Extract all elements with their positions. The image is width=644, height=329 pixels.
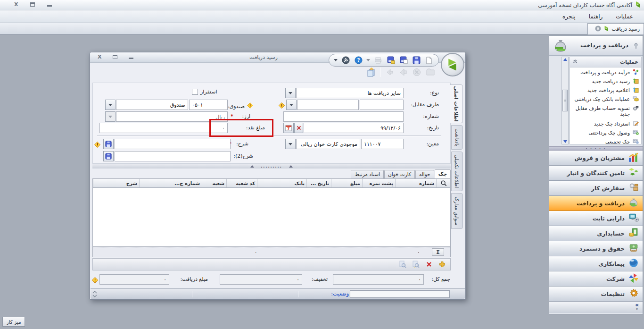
nav-payroll[interactable]: حقوق و دستمزد	[549, 241, 643, 256]
cash-amount-field[interactable]: ۰	[99, 123, 228, 133]
sidebar-item-aggregate-cheque[interactable]: چک تجمیعی	[570, 137, 641, 144]
moein-title-field[interactable]: موجودي کارت خوان ریالی	[296, 139, 360, 149]
scroll-thumb[interactable]: ≡	[562, 90, 568, 111]
app-restore-icon[interactable]	[30, 2, 35, 7]
nav-contracting[interactable]: پیمانکاری	[549, 256, 643, 271]
calendar-icon[interactable]: 7	[283, 123, 294, 133]
vtab-additional-info[interactable]: اطلاعات تکمیلی	[451, 152, 463, 191]
moein-dropdown-button[interactable]	[285, 139, 296, 149]
nav-customers-sales[interactable]: مشتریان و فروش	[549, 151, 643, 166]
desk-button[interactable]: میز کار	[2, 317, 25, 327]
description2-save-icon[interactable]	[103, 151, 114, 161]
number-field[interactable]	[283, 111, 404, 122]
scroll-up-icon[interactable]	[563, 58, 567, 61]
col-endorsement[interactable]: پشت نمره	[362, 179, 395, 187]
vtab-note[interactable]: یادداشت	[451, 125, 463, 150]
col-description[interactable]: شرح	[93, 179, 139, 187]
col-branch[interactable]: شعبه	[202, 179, 226, 187]
browse-docs-icon[interactable]	[398, 260, 407, 269]
vtab-document-history[interactable]: سوابق مدارک	[451, 193, 463, 229]
nav-settings[interactable]: تنظیمات	[549, 287, 643, 302]
print-dropdown-icon[interactable]	[366, 59, 370, 61]
col-branch-code[interactable]: کد شعبه	[226, 179, 257, 187]
nav-fixed-assets[interactable]: دارایی ثابت	[549, 211, 643, 226]
sidebar-item-cheque-return[interactable]: استرداد چک جدید	[570, 119, 641, 128]
sidebar-splitter[interactable]: • • • • •	[549, 146, 643, 151]
help-icon[interactable]: ?	[354, 56, 363, 65]
establish-checkbox[interactable]	[192, 89, 198, 95]
delete-row-icon[interactable]	[424, 260, 434, 269]
print-icon[interactable]	[373, 56, 383, 65]
tab-close-icon[interactable]	[595, 25, 601, 33]
scroll-down-icon[interactable]	[563, 140, 567, 143]
counterparty-name-field[interactable]	[297, 100, 359, 110]
tools-icon[interactable]	[341, 56, 350, 65]
counterparty-code-field[interactable]	[360, 100, 404, 110]
tab-receipt[interactable]: رسید دریافت	[587, 23, 644, 34]
tools-dropdown-icon[interactable]	[334, 59, 338, 61]
description2-field[interactable]	[115, 151, 231, 161]
save-and-close-icon[interactable]	[386, 56, 396, 65]
sidebar-item-bank-cheque-ops[interactable]: عملیات بانکی چک دریافتنی	[570, 94, 641, 103]
col-date[interactable]: تاریخ ...	[306, 179, 331, 187]
operations-group-header[interactable]: عملیات	[570, 57, 641, 67]
copy-layers-icon[interactable]	[366, 67, 376, 77]
save-icon[interactable]	[412, 56, 421, 65]
nav-company[interactable]: شرکت	[549, 271, 643, 287]
nav-accounting[interactable]: حسابداری	[549, 226, 643, 241]
col-number[interactable]: شماره	[395, 179, 436, 187]
counterparty-dropdown-button[interactable]	[286, 100, 297, 110]
open-record-icon[interactable]	[426, 67, 435, 77]
pin-icon[interactable]	[633, 42, 639, 51]
status-grip-icon[interactable]	[92, 290, 98, 300]
nav-work-order[interactable]: سفارش کار	[549, 181, 643, 196]
receipt-maximize-icon[interactable]	[113, 55, 117, 59]
description-field[interactable]	[115, 139, 231, 149]
col-amount[interactable]: مبلغ	[331, 179, 362, 187]
sidebar-item-process[interactable]: فرآیند دریافت و پرداخت	[570, 67, 641, 76]
operations-scrollbar[interactable]: ≡	[561, 57, 569, 144]
menu-operations[interactable]: عملیات	[610, 12, 639, 21]
save-and-new-icon[interactable]	[399, 56, 408, 65]
type-dropdown-button[interactable]	[285, 88, 296, 98]
vtab-main-info[interactable]: اطلاعات اصلی	[450, 84, 463, 123]
app-minimize-icon[interactable]	[47, 5, 52, 7]
cashbox-code-field[interactable]: ۰۵۰۱	[189, 100, 228, 110]
receipt-minimize-icon[interactable]	[129, 58, 133, 59]
sidebar-item-settlement[interactable]: تسویه حساب طرف مقابل جدید	[570, 103, 641, 119]
moein-code-field[interactable]: ۱۱۱۰۰۷	[361, 139, 404, 149]
col-bank[interactable]: بانک	[257, 179, 306, 187]
clear-date-icon[interactable]	[294, 123, 303, 133]
sidebar-item-new-payment-notice[interactable]: اعلامیه پرداخت جدید	[570, 85, 641, 94]
menu-window[interactable]: پنجره	[556, 12, 582, 21]
receipt-close-icon[interactable]: X	[98, 54, 101, 59]
date-field[interactable]: ۹۹/۱۲/۰۶	[304, 123, 404, 133]
sidebar-item-new-receipt[interactable]: رسید دریافت جدید	[570, 76, 641, 85]
menu-help[interactable]: راهنما	[583, 12, 609, 21]
grid-tab-card-reader[interactable]: کارت خوان	[384, 170, 415, 178]
search-icon[interactable]	[436, 179, 450, 187]
grid-tab-cheque[interactable]: چک	[435, 169, 451, 178]
discount-field[interactable]: ۰	[220, 274, 302, 285]
new-document-icon[interactable]	[424, 56, 434, 65]
cashbox-dropdown-button[interactable]	[105, 100, 116, 110]
search-docs-icon[interactable]	[411, 260, 421, 269]
cancel-record-icon[interactable]	[412, 67, 421, 77]
collapse-chevron-icon[interactable]	[573, 59, 578, 65]
description-save-icon[interactable]	[103, 139, 114, 149]
app-close-icon[interactable]: X	[14, 2, 18, 7]
undo-icon[interactable]	[398, 67, 408, 77]
col-account-number[interactable]: شماره ح...	[139, 179, 202, 187]
redo-icon[interactable]	[385, 67, 394, 77]
type-field[interactable]: سایر دریافت ها	[296, 88, 404, 98]
sidebar-item-cheque-collect[interactable]: وصول چک پرداختنی	[570, 128, 641, 137]
table-body[interactable]	[92, 188, 451, 247]
form-grid-splitter[interactable]: .........	[92, 164, 451, 169]
nav-suppliers-inventory[interactable]: تامین کنندگان و انبار	[549, 166, 643, 181]
grid-tab-transfer[interactable]: حواله	[415, 170, 434, 178]
sidebar-overflow-chevron-icon[interactable]: »▾	[635, 303, 639, 312]
cashbox-title-field[interactable]: صندوق	[116, 100, 188, 110]
grid-tab-related-docs[interactable]: اسناد مرتبط	[351, 170, 384, 178]
add-row-icon[interactable]	[438, 260, 447, 269]
establish-checkbox-row[interactable]: استقرار	[192, 89, 217, 95]
